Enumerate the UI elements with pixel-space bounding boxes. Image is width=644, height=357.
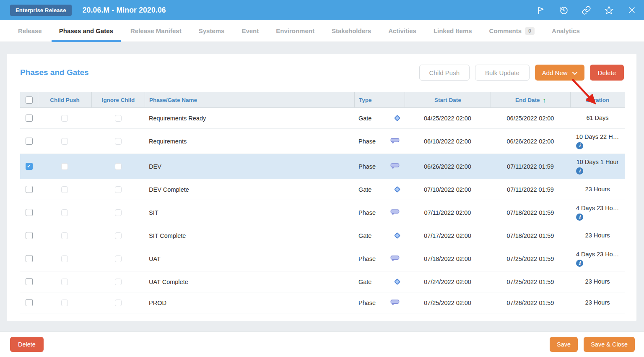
phase-gate-name: UAT	[145, 255, 354, 262]
row-select-checkbox[interactable]	[26, 232, 33, 239]
header-child-push[interactable]: Child Push	[38, 92, 91, 107]
duration-value-wrap: 23 Hours	[570, 185, 625, 193]
tab-release[interactable]: Release	[18, 20, 42, 42]
ignore-child-checkbox[interactable]	[115, 186, 122, 193]
save-and-close-button[interactable]: Save & Close	[584, 337, 635, 352]
row-select-checkbox[interactable]	[26, 209, 33, 216]
row-select-checkbox[interactable]: ✓	[26, 163, 33, 170]
child-push-checkbox[interactable]	[61, 232, 68, 239]
close-icon[interactable]	[627, 5, 636, 15]
end-date: 07/25/2022 01:59	[491, 279, 570, 285]
row-select-checkbox[interactable]	[26, 186, 33, 193]
ignore-child-cell	[91, 300, 145, 306]
ignore-child-checkbox[interactable]	[115, 209, 122, 216]
child-push-checkbox[interactable]	[61, 300, 68, 306]
phases-gates-table: Child Push Ignore Child Phase/Gate Name …	[20, 92, 625, 313]
ignore-child-checkbox[interactable]	[115, 300, 122, 306]
table-row[interactable]: SITPhase07/11/2022 02:0007/18/2022 01:59…	[20, 200, 625, 225]
phase-gate-name: UAT Complete	[145, 279, 354, 285]
table-row[interactable]: DEV CompleteGate07/10/2022 02:0007/11/20…	[20, 179, 625, 200]
delete-button[interactable]: Delete	[590, 65, 624, 81]
header-duration[interactable]: Duration	[570, 92, 625, 107]
table-row[interactable]: RequirementsPhase06/10/2022 02:0006/26/2…	[20, 129, 625, 154]
header-type[interactable]: Type	[354, 92, 405, 107]
phase-gate-name: SIT	[145, 209, 354, 216]
tab-phases-and-gates[interactable]: Phases and Gates	[59, 20, 113, 42]
child-push-checkbox[interactable]	[61, 209, 68, 216]
type-cell: Gate	[354, 115, 405, 122]
tab-release-manifest[interactable]: Release Manifest	[130, 20, 182, 42]
footer-delete-button[interactable]: Delete	[10, 337, 44, 352]
header-phase-gate-name[interactable]: Phase/Gate Name	[145, 92, 354, 107]
child-push-cell	[38, 115, 91, 122]
tab-systems[interactable]: Systems	[199, 20, 225, 42]
header-end-date[interactable]: End Date ↑	[491, 92, 570, 107]
row-select-cell	[20, 138, 38, 145]
duration-cell: 23 Hours	[570, 232, 625, 239]
ignore-child-checkbox[interactable]	[115, 115, 122, 122]
tab-analytics[interactable]: Analytics	[552, 20, 580, 42]
header-start-date[interactable]: Start Date	[405, 92, 491, 107]
row-select-checkbox[interactable]	[26, 138, 33, 145]
start-date: 07/10/2022 02:00	[405, 186, 491, 193]
tab-stakeholders[interactable]: Stakeholders	[332, 20, 371, 42]
header-ignore-child[interactable]: Ignore Child	[91, 92, 145, 107]
tab-label: Systems	[199, 27, 225, 34]
info-icon[interactable]: i	[576, 214, 583, 221]
row-select-cell: ✓	[20, 163, 38, 170]
tab-event[interactable]: Event	[242, 20, 259, 42]
phase-gate-name: SIT Complete	[145, 232, 354, 239]
table-row[interactable]: UAT CompleteGate07/24/2022 02:0007/25/20…	[20, 271, 625, 292]
ignore-child-checkbox[interactable]	[115, 255, 122, 262]
child-push-checkbox[interactable]	[61, 279, 68, 285]
tab-activities[interactable]: Activities	[388, 20, 416, 42]
duration-value: 23 Hours	[585, 299, 610, 306]
tab-linked-items[interactable]: Linked Items	[434, 20, 472, 42]
info-icon[interactable]: i	[576, 260, 583, 267]
child-push-checkbox[interactable]	[61, 163, 68, 170]
select-all-checkbox[interactable]	[26, 96, 33, 104]
flag-icon[interactable]	[536, 5, 546, 15]
start-date: 07/25/2022 02:00	[405, 300, 491, 306]
tab-comments[interactable]: Comments0	[489, 20, 535, 42]
info-icon[interactable]: i	[576, 142, 583, 149]
history-icon[interactable]	[559, 5, 569, 15]
tab-environment[interactable]: Environment	[276, 20, 314, 42]
duration-value-wrap: 23 Hours	[570, 278, 625, 285]
child-push-button[interactable]: Child Push	[419, 65, 470, 81]
row-select-checkbox[interactable]	[26, 299, 33, 306]
table-row[interactable]: ✓DEVPhase06/26/2022 02:0007/11/2022 01:5…	[20, 154, 625, 179]
end-date: 07/18/2022 01:59	[491, 232, 570, 239]
table-row[interactable]: UATPhase07/18/2022 02:0007/25/2022 01:59…	[20, 246, 625, 271]
type-label: Gate	[358, 115, 371, 122]
child-push-cell	[38, 232, 91, 239]
bulk-update-button[interactable]: Bulk Update	[475, 65, 530, 81]
child-push-checkbox[interactable]	[61, 255, 68, 262]
child-push-checkbox[interactable]	[61, 186, 68, 193]
info-icon[interactable]: i	[576, 167, 583, 175]
row-select-checkbox[interactable]	[26, 115, 33, 122]
child-push-cell	[38, 300, 91, 306]
add-new-label: Add New	[542, 69, 568, 76]
ignore-child-checkbox[interactable]	[115, 138, 122, 145]
table-row[interactable]: PRODPhase07/25/2022 02:0007/26/2022 01:5…	[20, 292, 625, 313]
content-area: Phases and Gates Child Push Bulk Update …	[0, 42, 644, 331]
ignore-child-checkbox[interactable]	[115, 232, 122, 239]
start-date: 07/11/2022 02:00	[405, 209, 491, 216]
save-button[interactable]: Save	[550, 337, 578, 352]
row-select-checkbox[interactable]	[26, 255, 33, 262]
ignore-child-checkbox[interactable]	[115, 279, 122, 285]
link-icon[interactable]	[582, 5, 591, 15]
type-cell: Phase	[354, 209, 405, 216]
row-select-checkbox[interactable]	[26, 278, 33, 285]
ignore-child-checkbox[interactable]	[115, 163, 122, 170]
child-push-checkbox[interactable]	[61, 115, 68, 122]
type-label: Phase	[358, 255, 376, 262]
child-push-checkbox[interactable]	[61, 138, 68, 145]
add-new-button[interactable]: Add New	[535, 65, 584, 81]
table-row[interactable]: Requirements ReadyGate04/25/2022 02:0006…	[20, 108, 625, 129]
table-header-row: Child Push Ignore Child Phase/Gate Name …	[20, 92, 625, 108]
table-row[interactable]: SIT CompleteGate07/17/2022 02:0007/18/20…	[20, 225, 625, 246]
duration-cell: 61 Days	[570, 114, 625, 122]
star-icon[interactable]	[604, 5, 614, 15]
